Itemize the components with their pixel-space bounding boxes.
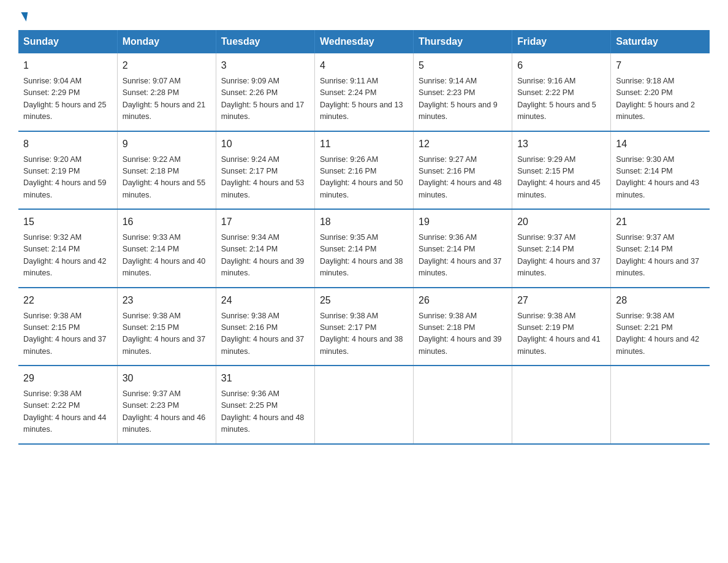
day-number: 21 [616, 215, 705, 229]
calendar-cell: 8Sunrise: 9:20 AMSunset: 2:19 PMDaylight… [18, 131, 117, 210]
calendar-cell: 26Sunrise: 9:38 AMSunset: 2:18 PMDayligh… [414, 288, 512, 366]
day-number: 18 [320, 215, 408, 229]
day-info: Sunrise: 9:11 AMSunset: 2:24 PMDaylight:… [320, 75, 408, 123]
day-info: Sunrise: 9:16 AMSunset: 2:22 PMDaylight:… [517, 75, 605, 123]
calendar-cell: 31Sunrise: 9:36 AMSunset: 2:25 PMDayligh… [216, 366, 314, 444]
day-number: 30 [123, 371, 211, 386]
calendar-table: SundayMondayTuesdayWednesdayThursdayFrid… [18, 30, 710, 445]
day-info: Sunrise: 9:38 AMSunset: 2:15 PMDaylight:… [123, 310, 211, 358]
calendar-cell: 17Sunrise: 9:34 AMSunset: 2:14 PMDayligh… [216, 209, 314, 288]
day-number: 1 [23, 58, 112, 73]
calendar-cell: 10Sunrise: 9:24 AMSunset: 2:17 PMDayligh… [216, 131, 314, 210]
day-info: Sunrise: 9:38 AMSunset: 2:16 PMDaylight:… [221, 310, 309, 358]
calendar-week-row: 8Sunrise: 9:20 AMSunset: 2:19 PMDaylight… [18, 131, 710, 210]
day-number: 12 [419, 137, 507, 151]
day-number: 13 [517, 137, 605, 151]
calendar-cell: 27Sunrise: 9:38 AMSunset: 2:19 PMDayligh… [512, 288, 611, 366]
day-info: Sunrise: 9:36 AMSunset: 2:25 PMDaylight:… [221, 388, 309, 436]
calendar-cell: 4Sunrise: 9:11 AMSunset: 2:24 PMDaylight… [314, 53, 413, 131]
day-info: Sunrise: 9:22 AMSunset: 2:18 PMDaylight:… [123, 154, 211, 202]
calendar-cell: 12Sunrise: 9:27 AMSunset: 2:16 PMDayligh… [414, 131, 512, 210]
calendar-cell: 2Sunrise: 9:07 AMSunset: 2:28 PMDaylight… [117, 53, 216, 131]
day-number: 28 [616, 293, 705, 308]
calendar-cell: 21Sunrise: 9:37 AMSunset: 2:14 PMDayligh… [611, 209, 710, 288]
header-tuesday: Tuesday [216, 30, 314, 53]
logo-arrow-icon [20, 12, 28, 21]
day-number: 19 [419, 215, 507, 229]
day-number: 16 [123, 215, 211, 229]
calendar-cell: 16Sunrise: 9:33 AMSunset: 2:14 PMDayligh… [117, 209, 216, 288]
day-info: Sunrise: 9:38 AMSunset: 2:18 PMDaylight:… [419, 310, 507, 358]
calendar-cell: 30Sunrise: 9:37 AMSunset: 2:23 PMDayligh… [117, 366, 216, 444]
day-info: Sunrise: 9:18 AMSunset: 2:20 PMDaylight:… [616, 75, 705, 123]
logo-line1 [18, 12, 27, 21]
day-number: 31 [221, 371, 309, 386]
day-number: 29 [23, 371, 112, 386]
calendar-week-row: 15Sunrise: 9:32 AMSunset: 2:14 PMDayligh… [18, 209, 710, 288]
day-number: 6 [517, 58, 605, 73]
day-info: Sunrise: 9:38 AMSunset: 2:19 PMDaylight:… [517, 310, 605, 358]
day-number: 2 [123, 58, 211, 73]
header-saturday: Saturday [611, 30, 710, 53]
day-info: Sunrise: 9:30 AMSunset: 2:14 PMDaylight:… [616, 154, 705, 202]
page-header [18, 12, 710, 18]
calendar-cell: 28Sunrise: 9:38 AMSunset: 2:21 PMDayligh… [611, 288, 710, 366]
day-number: 17 [221, 215, 309, 229]
day-info: Sunrise: 9:29 AMSunset: 2:15 PMDaylight:… [517, 154, 605, 202]
day-info: Sunrise: 9:20 AMSunset: 2:19 PMDaylight:… [23, 154, 112, 202]
day-info: Sunrise: 9:37 AMSunset: 2:14 PMDaylight:… [616, 232, 705, 280]
day-info: Sunrise: 9:34 AMSunset: 2:14 PMDaylight:… [221, 232, 309, 280]
day-number: 3 [221, 58, 309, 73]
day-number: 24 [221, 293, 309, 308]
calendar-cell: 29Sunrise: 9:38 AMSunset: 2:22 PMDayligh… [18, 366, 117, 444]
day-number: 7 [616, 58, 705, 73]
calendar-cell: 14Sunrise: 9:30 AMSunset: 2:14 PMDayligh… [611, 131, 710, 210]
calendar-cell: 25Sunrise: 9:38 AMSunset: 2:17 PMDayligh… [314, 288, 413, 366]
day-info: Sunrise: 9:24 AMSunset: 2:17 PMDaylight:… [221, 154, 309, 202]
calendar-cell: 20Sunrise: 9:37 AMSunset: 2:14 PMDayligh… [512, 209, 611, 288]
day-info: Sunrise: 9:26 AMSunset: 2:16 PMDaylight:… [320, 154, 408, 202]
calendar-cell: 6Sunrise: 9:16 AMSunset: 2:22 PMDaylight… [512, 53, 611, 131]
day-info: Sunrise: 9:35 AMSunset: 2:14 PMDaylight:… [320, 232, 408, 280]
day-info: Sunrise: 9:04 AMSunset: 2:29 PMDaylight:… [23, 75, 112, 123]
day-info: Sunrise: 9:32 AMSunset: 2:14 PMDaylight:… [23, 232, 112, 280]
day-info: Sunrise: 9:14 AMSunset: 2:23 PMDaylight:… [419, 75, 507, 123]
header-friday: Friday [512, 30, 611, 53]
day-info: Sunrise: 9:38 AMSunset: 2:17 PMDaylight:… [320, 310, 408, 358]
calendar-cell: 19Sunrise: 9:36 AMSunset: 2:14 PMDayligh… [414, 209, 512, 288]
day-number: 11 [320, 137, 408, 151]
day-info: Sunrise: 9:09 AMSunset: 2:26 PMDaylight:… [221, 75, 309, 123]
header-wednesday: Wednesday [314, 30, 413, 53]
calendar-cell [512, 366, 611, 444]
day-number: 10 [221, 137, 309, 151]
day-info: Sunrise: 9:37 AMSunset: 2:23 PMDaylight:… [123, 388, 211, 436]
calendar-cell: 3Sunrise: 9:09 AMSunset: 2:26 PMDaylight… [216, 53, 314, 131]
calendar-cell: 9Sunrise: 9:22 AMSunset: 2:18 PMDaylight… [117, 131, 216, 210]
day-number: 25 [320, 293, 408, 308]
calendar-cell: 7Sunrise: 9:18 AMSunset: 2:20 PMDaylight… [611, 53, 710, 131]
calendar-cell: 11Sunrise: 9:26 AMSunset: 2:16 PMDayligh… [314, 131, 413, 210]
calendar-cell: 5Sunrise: 9:14 AMSunset: 2:23 PMDaylight… [414, 53, 512, 131]
day-number: 15 [23, 215, 112, 229]
calendar-cell: 22Sunrise: 9:38 AMSunset: 2:15 PMDayligh… [18, 288, 117, 366]
day-number: 20 [517, 215, 605, 229]
day-info: Sunrise: 9:33 AMSunset: 2:14 PMDaylight:… [123, 232, 211, 280]
day-number: 22 [23, 293, 112, 308]
day-number: 4 [320, 58, 408, 73]
day-number: 14 [616, 137, 705, 151]
day-number: 26 [419, 293, 507, 308]
header-monday: Monday [117, 30, 216, 53]
logo [18, 12, 27, 18]
calendar-cell: 15Sunrise: 9:32 AMSunset: 2:14 PMDayligh… [18, 209, 117, 288]
calendar-cell: 23Sunrise: 9:38 AMSunset: 2:15 PMDayligh… [117, 288, 216, 366]
calendar-cell: 13Sunrise: 9:29 AMSunset: 2:15 PMDayligh… [512, 131, 611, 210]
calendar-cell: 1Sunrise: 9:04 AMSunset: 2:29 PMDaylight… [18, 53, 117, 131]
day-info: Sunrise: 9:37 AMSunset: 2:14 PMDaylight:… [517, 232, 605, 280]
header-thursday: Thursday [414, 30, 512, 53]
day-number: 5 [419, 58, 507, 73]
day-number: 9 [123, 137, 211, 151]
day-info: Sunrise: 9:38 AMSunset: 2:15 PMDaylight:… [23, 310, 112, 358]
day-info: Sunrise: 9:38 AMSunset: 2:22 PMDaylight:… [23, 388, 112, 436]
calendar-header-row: SundayMondayTuesdayWednesdayThursdayFrid… [18, 30, 710, 53]
calendar-cell: 18Sunrise: 9:35 AMSunset: 2:14 PMDayligh… [314, 209, 413, 288]
